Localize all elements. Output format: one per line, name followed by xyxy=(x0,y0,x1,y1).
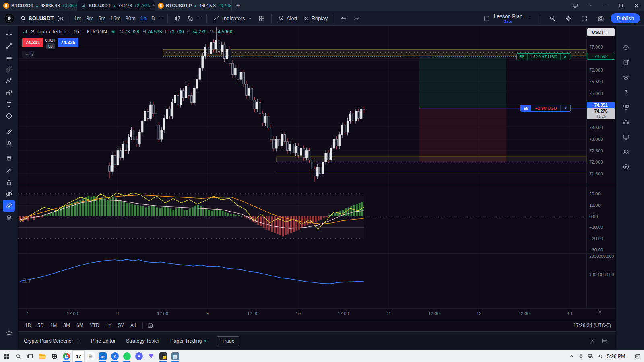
panel-tab-strategy-tester[interactable]: Strategy Tester xyxy=(126,338,160,344)
browser-tab-SOLUSDT[interactable]: SOLUSDT▲74.276+2.76%✕ xyxy=(77,0,155,11)
layout-grid-icon[interactable] xyxy=(256,12,268,24)
candle-style-alt-icon[interactable] xyxy=(184,12,196,24)
scale-currency-button[interactable]: USDT xyxy=(587,28,615,36)
range-1M[interactable]: 1M xyxy=(47,321,60,329)
close-icon[interactable]: ✕ xyxy=(560,54,570,60)
tool-pitchfork[interactable] xyxy=(3,64,15,75)
tool-draw[interactable] xyxy=(3,165,15,177)
sidebar-hotlists-flame-icon[interactable] xyxy=(621,88,630,96)
range-All[interactable]: All xyxy=(128,321,138,329)
panel-tab-paper-trading[interactable]: Paper Trading xyxy=(170,338,206,344)
save-label[interactable]: Save xyxy=(504,20,512,23)
sidebar-alerts-clock-icon[interactable] xyxy=(621,43,630,51)
symbol-title[interactable]: Solana / Tether xyxy=(31,29,66,35)
taskbar-app-chrome[interactable] xyxy=(60,350,72,362)
taskbar-app-zelle[interactable]: Z xyxy=(109,350,121,362)
chart-clock[interactable]: 17:28:34 (UTC-5) xyxy=(574,323,612,328)
taskbar-app-sticky[interactable] xyxy=(157,350,169,362)
close-icon[interactable] xyxy=(629,0,644,11)
range-5D[interactable]: 5D xyxy=(35,321,46,329)
tool-zoom-in[interactable] xyxy=(3,138,15,149)
tool-lock[interactable] xyxy=(3,177,15,188)
network-display-icon[interactable] xyxy=(588,353,594,359)
taskbar-app-start[interactable] xyxy=(0,350,12,362)
timeframe-30m[interactable]: 30m xyxy=(123,14,138,23)
price-chart[interactable]: 1777.00076.00075.50075.00073.50073.00072… xyxy=(18,26,616,319)
taskbar-app-whatsapp[interactable] xyxy=(121,350,133,362)
menu-dots-icon[interactable] xyxy=(583,0,598,11)
clock[interactable]: 5:28 PM xyxy=(607,354,625,359)
go-to-date-icon[interactable] xyxy=(147,322,153,329)
axis-settings-gear-icon[interactable] xyxy=(597,309,603,315)
sidebar-streams-play-icon[interactable] xyxy=(621,162,630,171)
tool-crosshair[interactable] xyxy=(3,29,15,40)
sidebar-notes-add-icon[interactable] xyxy=(621,58,630,66)
close-icon[interactable]: ✕ xyxy=(560,105,570,111)
browser-tab-BTCUSDT[interactable]: BBTCUSDT▲43865.43+0.35%✕ xyxy=(0,0,77,11)
taskbar-app-obs[interactable] xyxy=(48,350,60,362)
sidebar-object-tree-icon[interactable] xyxy=(621,73,630,81)
snapshot-camera-icon[interactable] xyxy=(594,12,607,24)
chevron-down-icon[interactable] xyxy=(158,16,164,21)
position-profit-label[interactable]: 58 +129.97 USD ✕ xyxy=(516,53,570,60)
timeframe-D[interactable]: D xyxy=(149,14,157,23)
position-loss-label[interactable]: 58 −2.90 USD ✕ xyxy=(520,105,571,112)
taskbar-app-sheets[interactable]: ▦ xyxy=(169,350,181,362)
panel-tab-trade[interactable]: Trade xyxy=(217,336,239,346)
collapsed-indicators-button[interactable]: 5 xyxy=(22,51,35,58)
tool-ruler[interactable] xyxy=(3,126,15,138)
tool-shapes[interactable] xyxy=(3,87,15,99)
taskbar-app-discord[interactable] xyxy=(133,350,145,362)
expand-panel-icon[interactable] xyxy=(601,338,608,344)
qty-badge[interactable]: 58 xyxy=(46,43,55,49)
tool-trash[interactable] xyxy=(3,212,15,223)
sidebar-ideas-monitor-icon[interactable] xyxy=(621,133,630,141)
range-1D[interactable]: 1D xyxy=(22,321,34,329)
tab-close-icon[interactable]: ✕ xyxy=(152,3,155,8)
compare-plus-icon[interactable] xyxy=(57,15,64,22)
range-6M[interactable]: 6M xyxy=(74,321,86,329)
browser-tab-BTCUSDT.P[interactable]: BBTCUSDT.P▲43915.3+0.4%✕ xyxy=(155,0,232,11)
candle-style-icon[interactable] xyxy=(171,12,184,24)
symbol-interval[interactable]: 1h xyxy=(74,29,79,35)
taskbar-app-task-view[interactable] xyxy=(24,350,36,362)
range-1Y[interactable]: 1Y xyxy=(103,321,115,329)
tool-link[interactable] xyxy=(3,200,15,212)
sidebar-screener-grid-icon[interactable] xyxy=(621,103,630,111)
panel-tab-pine-editor[interactable]: Pine Editor xyxy=(91,338,116,344)
tool-emoji[interactable] xyxy=(3,110,15,122)
tool-text[interactable] xyxy=(3,99,15,110)
sidebar-community-people-icon[interactable] xyxy=(621,148,630,156)
tool-hide[interactable] xyxy=(3,188,15,200)
symbol-exchange[interactable]: KUCOIN xyxy=(87,29,107,35)
layout-name-button[interactable]: Lesson Plan Save xyxy=(494,14,523,23)
settings-gear-icon[interactable] xyxy=(562,12,574,24)
timeframe-1m[interactable]: 1m xyxy=(72,14,84,23)
replay-button[interactable]: Replay xyxy=(301,14,330,23)
microphone-icon[interactable] xyxy=(578,353,584,359)
tray-chevron-icon[interactable] xyxy=(568,353,574,359)
collapse-panel-icon[interactable] xyxy=(589,338,596,344)
timeframe-3m[interactable]: 3m xyxy=(84,14,96,23)
cast-icon[interactable] xyxy=(568,0,583,11)
tool-trend-line[interactable] xyxy=(3,40,15,52)
panel-tab-crypto-pairs-screener[interactable]: Crypto Pairs Screener xyxy=(24,338,80,344)
indicators-button[interactable]: Indicators xyxy=(211,13,254,24)
taskbar-app-drive[interactable] xyxy=(145,350,157,362)
timeframe-1h[interactable]: 1h xyxy=(138,14,149,23)
market-status-dot[interactable] xyxy=(111,30,115,33)
new-tab-button[interactable]: + xyxy=(232,0,244,11)
checkbox-icon[interactable] xyxy=(483,15,490,22)
tool-fib-retracement[interactable] xyxy=(3,52,15,64)
notification-center-icon[interactable] xyxy=(634,353,641,360)
timeframe-5m[interactable]: 5m xyxy=(96,14,108,23)
undo-icon[interactable] xyxy=(338,12,350,24)
symbol-search-button[interactable]: SOLUSDT xyxy=(18,14,56,23)
taskbar-app-notes[interactable]: ☰ xyxy=(85,350,97,362)
speaker-icon[interactable] xyxy=(597,353,603,359)
taskbar-app-search[interactable] xyxy=(12,350,24,362)
alert-button[interactable]: Alert xyxy=(275,13,300,23)
range-YTD[interactable]: YTD xyxy=(87,321,102,329)
taskbar-app-mail[interactable]: m xyxy=(97,350,109,362)
timeframe-15m[interactable]: 15m xyxy=(108,14,123,23)
